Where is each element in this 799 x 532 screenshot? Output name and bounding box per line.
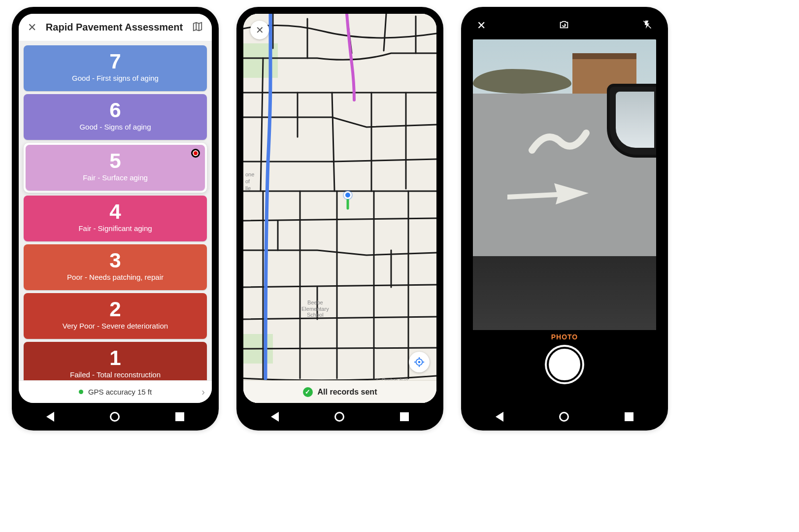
map-icon[interactable] bbox=[189, 18, 206, 37]
gps-status-dot-icon bbox=[79, 390, 83, 394]
nav-home-icon[interactable] bbox=[334, 412, 344, 422]
nav-home-icon[interactable] bbox=[110, 412, 120, 422]
scene-road-arrow bbox=[502, 177, 591, 207]
gps-location-icon bbox=[344, 191, 352, 199]
camera-viewfinder[interactable] bbox=[473, 39, 656, 330]
phone-camera: ✕ bbox=[461, 7, 668, 431]
rating-option-2[interactable]: 2 Very Poor - Severe deterioration bbox=[24, 293, 207, 339]
rating-option-3[interactable]: 3 Poor - Needs patching, repair bbox=[24, 244, 207, 290]
camera-mode-label[interactable]: PHOTO bbox=[551, 333, 578, 341]
close-icon[interactable]: ✕ bbox=[25, 18, 39, 37]
sync-status-text: All records sent bbox=[318, 388, 377, 397]
check-icon: ✓ bbox=[303, 387, 313, 397]
rating-number: 6 bbox=[28, 100, 203, 121]
rating-options: 7 Good - First signs of aging 6 Good - S… bbox=[19, 41, 212, 389]
map-poi-label: of bbox=[245, 178, 250, 185]
phone-map: Beebe Elementary School one of lle E Ogd… bbox=[236, 7, 443, 431]
phone-assessment: ✕ Rapid Pavement Assessment 7 Good - Fir… bbox=[12, 7, 219, 431]
assessment-header: ✕ Rapid Pavement Assessment bbox=[19, 14, 212, 41]
flash-off-icon[interactable] bbox=[642, 20, 652, 32]
scene-side-mirror bbox=[607, 84, 656, 158]
camera-screen: ✕ bbox=[468, 14, 661, 403]
sync-status-bar[interactable]: ✓ All records sent bbox=[243, 380, 436, 403]
camera-topbar: ✕ bbox=[468, 14, 661, 37]
rating-option-6[interactable]: 6 Good - Signs of aging bbox=[24, 94, 207, 140]
rating-number: 5 bbox=[30, 151, 201, 171]
nav-back-icon[interactable] bbox=[46, 412, 54, 422]
android-navbar bbox=[19, 403, 212, 431]
nav-recents-icon[interactable] bbox=[175, 412, 184, 421]
crosshair-icon bbox=[414, 357, 425, 367]
locate-me-button[interactable] bbox=[409, 352, 430, 372]
scene-dashboard bbox=[473, 256, 656, 330]
gps-accuracy-text: GPS accuracy 15 ft bbox=[88, 388, 152, 396]
camera-bottombar: PHOTO bbox=[468, 330, 661, 403]
scene-road-curve bbox=[527, 123, 591, 158]
map-poi-school: Beebe Elementary School bbox=[301, 299, 329, 318]
rating-desc: Good - First signs of aging bbox=[28, 74, 203, 82]
rating-desc: Very Poor - Severe deterioration bbox=[28, 322, 203, 330]
nav-back-icon[interactable] bbox=[496, 412, 503, 422]
rating-desc: Fair - Surface aging bbox=[30, 173, 201, 182]
map-canvas[interactable]: Beebe Elementary School one of lle E Ogd… bbox=[243, 14, 436, 403]
rating-number: 4 bbox=[28, 201, 203, 222]
street-map-svg bbox=[243, 14, 436, 403]
rating-desc: Poor - Needs patching, repair bbox=[28, 273, 203, 281]
nav-recents-icon[interactable] bbox=[625, 412, 633, 421]
rating-option-5[interactable]: 5 Fair - Surface aging bbox=[26, 145, 205, 191]
chevron-right-icon: › bbox=[201, 386, 205, 398]
rating-number: 3 bbox=[28, 250, 203, 271]
nav-back-icon[interactable] bbox=[271, 412, 279, 422]
android-navbar bbox=[468, 403, 661, 431]
rating-option-7[interactable]: 7 Good - First signs of aging bbox=[24, 45, 207, 91]
map-poi-label: lle bbox=[245, 185, 251, 192]
map-poi-label: one bbox=[245, 171, 254, 178]
rating-desc: Failed - Total reconstruction bbox=[28, 370, 203, 379]
nav-recents-icon[interactable] bbox=[400, 412, 409, 421]
close-icon[interactable]: ✕ bbox=[477, 19, 486, 32]
gps-accuracy-bar[interactable]: GPS accuracy 15 ft › bbox=[19, 380, 212, 403]
rating-number: 2 bbox=[28, 299, 203, 320]
close-icon[interactable]: ✕ bbox=[250, 21, 269, 39]
android-navbar bbox=[243, 403, 436, 431]
svg-point-4 bbox=[418, 361, 421, 364]
rating-option-4[interactable]: 4 Fair - Significant aging bbox=[24, 196, 207, 241]
rating-number: 1 bbox=[28, 348, 203, 368]
rating-number: 7 bbox=[28, 51, 203, 72]
shutter-button[interactable] bbox=[547, 347, 582, 382]
assessment-screen: ✕ Rapid Pavement Assessment 7 Good - Fir… bbox=[19, 14, 212, 403]
nav-home-icon[interactable] bbox=[559, 412, 569, 422]
map-screen: Beebe Elementary School one of lle E Ogd… bbox=[243, 14, 436, 403]
rating-desc: Fair - Significant aging bbox=[28, 224, 203, 233]
recording-icon bbox=[191, 149, 200, 158]
rating-desc: Good - Signs of aging bbox=[28, 123, 203, 131]
camera-switch-icon[interactable] bbox=[559, 19, 569, 32]
page-title: Rapid Pavement Assessment bbox=[39, 22, 189, 33]
rating-option-selected-wrap: 5 Fair - Surface aging bbox=[24, 143, 207, 193]
